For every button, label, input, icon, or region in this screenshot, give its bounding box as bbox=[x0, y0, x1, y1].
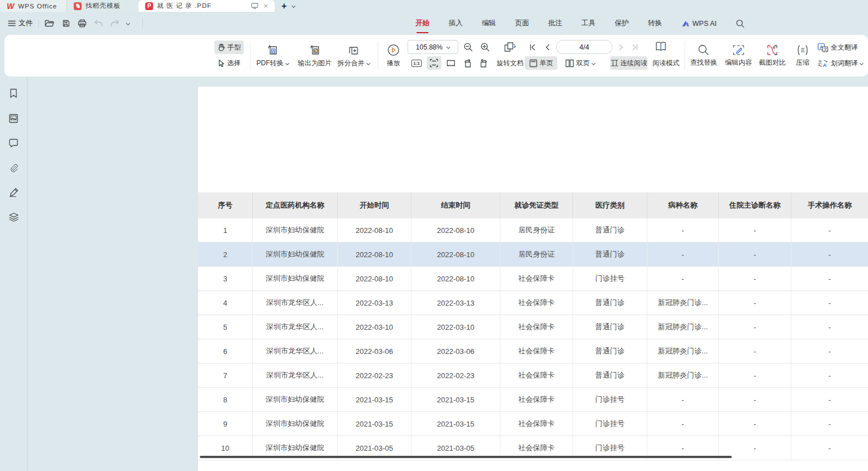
pdf-convert-button[interactable]: PDF转换 bbox=[253, 39, 292, 72]
open-folder-icon[interactable] bbox=[44, 19, 55, 28]
table-cell: - bbox=[719, 218, 791, 242]
attachment-icon[interactable] bbox=[8, 162, 19, 173]
undo-icon[interactable] bbox=[94, 20, 103, 27]
signature-icon[interactable] bbox=[8, 187, 19, 198]
zoom-level-combobox[interactable]: 105.88% bbox=[408, 40, 458, 54]
monitor-icon[interactable] bbox=[251, 3, 258, 9]
actual-size-button[interactable]: 1:1 bbox=[410, 57, 423, 69]
page-indicator-input[interactable]: 4/4 bbox=[556, 40, 612, 54]
chevron-down-icon bbox=[591, 61, 595, 65]
rotate-right-button[interactable] bbox=[477, 57, 491, 69]
play-icon bbox=[387, 43, 400, 57]
table-cell: 4 bbox=[198, 291, 253, 315]
table-row[interactable]: 4深圳市龙华区人...2022-03-132022-03-13社会保障卡普通门诊… bbox=[198, 291, 868, 315]
table-cell: 2022-08-10 bbox=[411, 267, 500, 290]
find-replace-button[interactable]: 查找替换 bbox=[687, 39, 721, 72]
screenshot-compare-button[interactable]: 截图对比 bbox=[755, 39, 789, 72]
table-row[interactable]: 8深圳市妇幼保健院2021-03-152021-03-15社会保障卡门诊挂号--… bbox=[198, 388, 868, 412]
select-tool-button[interactable]: 选择 bbox=[214, 56, 244, 70]
screenshot-compare-icon bbox=[766, 44, 779, 56]
print-icon[interactable] bbox=[78, 19, 87, 28]
table-row[interactable]: 1深圳市妇幼保健院2022-08-102022-08-10居民身份证普通门诊--… bbox=[198, 218, 868, 243]
table-row[interactable]: 7深圳市龙华区人...2022-02-232022-02-23社会保障卡普通门诊… bbox=[198, 364, 868, 388]
one-to-one-label: 1:1 bbox=[411, 60, 422, 67]
read-mode-button[interactable]: 阅读模式 bbox=[650, 56, 682, 70]
menu-item[interactable]: 页面 bbox=[515, 19, 529, 28]
thumbnail-icon[interactable] bbox=[8, 113, 19, 124]
table-cell: 2022-03-10 bbox=[411, 315, 500, 339]
document-sidebar bbox=[0, 77, 28, 471]
table-row[interactable]: 2深圳市妇幼保健院2022-08-102022-08-10居民身份证普通门诊--… bbox=[198, 243, 868, 267]
continuous-read-button[interactable]: 连续阅读 bbox=[610, 56, 647, 70]
quick-access-chevron-icon[interactable] bbox=[126, 21, 130, 25]
ribbon-search-icon[interactable] bbox=[736, 19, 745, 28]
word-translate-button[interactable]: 文A 划词翻译 bbox=[817, 57, 868, 69]
document-viewport[interactable]: 序号定点医药机构名称开始时间结束时间就诊凭证类型医疗类别病种名称住院主诊断名称手… bbox=[28, 77, 868, 471]
pdf-convert-icon bbox=[266, 43, 279, 57]
tab-document-pdf[interactable]: P 就 医 记 录 .PDF × bbox=[138, 0, 275, 12]
single-page-button[interactable]: 单页 bbox=[525, 56, 557, 70]
bookmark-icon[interactable] bbox=[8, 88, 19, 99]
table-cell: - bbox=[791, 243, 868, 266]
tab-docer-templates[interactable]: 找稻壳模板 bbox=[66, 0, 138, 12]
zoom-in-button[interactable] bbox=[478, 41, 492, 53]
rotate-document-button[interactable]: 旋转文档 bbox=[493, 57, 527, 69]
comment-icon[interactable] bbox=[8, 137, 19, 149]
column-header: 住院主诊断名称 bbox=[719, 192, 791, 218]
compress-button[interactable]: 压缩 bbox=[790, 39, 815, 72]
read-mode-icon[interactable] bbox=[652, 39, 670, 54]
first-page-button[interactable] bbox=[527, 41, 538, 53]
table-row[interactable]: 6深圳市龙华区人...2022-03-062022-03-06社会保障卡普通门诊… bbox=[198, 339, 868, 364]
column-header: 序号 bbox=[198, 192, 253, 218]
table-row[interactable]: 9深圳市妇幼保健院2021-03-152021-03-15社会保障卡门诊挂号--… bbox=[198, 412, 868, 436]
menu-item[interactable]: 转换 bbox=[648, 19, 662, 28]
table-cell: - bbox=[791, 315, 868, 339]
next-page-button[interactable] bbox=[616, 41, 627, 53]
table-cell: 2021-03-15 bbox=[411, 412, 500, 436]
table-cell: - bbox=[647, 388, 719, 411]
table-cell: 普通门诊 bbox=[573, 218, 647, 242]
menu-item[interactable]: 编辑 bbox=[482, 19, 496, 28]
last-page-button[interactable] bbox=[629, 41, 641, 53]
file-menu-button[interactable]: 文件 bbox=[8, 19, 33, 28]
rotate-left-button[interactable] bbox=[460, 57, 474, 69]
menu-item[interactable]: 开始 bbox=[415, 19, 429, 28]
tab-label: 就 医 记 录 .PDF bbox=[157, 2, 247, 10]
table-cell: 深圳市妇幼保健院 bbox=[253, 412, 338, 436]
table-cell: 2021-03-15 bbox=[338, 388, 411, 411]
tab-label: WPS Office bbox=[18, 3, 60, 10]
table-cell: 深圳市龙华区人... bbox=[253, 339, 338, 363]
horizontal-scrollbar[interactable] bbox=[200, 456, 732, 458]
hand-tool-button[interactable]: 手型 bbox=[214, 41, 244, 54]
save-icon[interactable] bbox=[62, 19, 70, 28]
menu-item[interactable]: 插入 bbox=[449, 19, 463, 28]
full-translate-button[interactable]: A文 全文翻译 bbox=[817, 41, 866, 53]
previous-page-button[interactable] bbox=[542, 41, 553, 53]
table-row[interactable]: 3深圳市妇幼保健院2022-08-102022-08-10社会保障卡门诊挂号--… bbox=[198, 267, 868, 291]
menu-item[interactable]: 批注 bbox=[548, 19, 562, 28]
edit-content-button[interactable]: 编辑内容 bbox=[722, 39, 755, 72]
wps-ai-button[interactable]: WPS AI bbox=[681, 20, 717, 28]
export-image-button[interactable]: 输出为图片 bbox=[294, 39, 335, 72]
table-cell: 2021-03-15 bbox=[338, 412, 411, 436]
table-row[interactable]: 5深圳市龙华区人...2022-03-102022-03-10社会保障卡普通门诊… bbox=[198, 315, 868, 339]
play-button[interactable]: 播放 bbox=[382, 39, 405, 72]
menu-item[interactable]: 工具 bbox=[581, 19, 596, 28]
zoom-out-button[interactable] bbox=[462, 41, 475, 53]
new-tab-button[interactable]: + bbox=[281, 1, 287, 11]
fit-width-button[interactable] bbox=[444, 57, 458, 69]
split-merge-button[interactable]: 拆分合并 bbox=[333, 39, 374, 72]
redo-icon[interactable] bbox=[110, 20, 119, 27]
page-indicator-value: 4/4 bbox=[579, 43, 589, 51]
table-cell: 社会保障卡 bbox=[500, 291, 573, 315]
menu-item[interactable]: 保护 bbox=[615, 19, 629, 28]
fit-page-button[interactable] bbox=[427, 56, 441, 70]
layers-icon[interactable] bbox=[8, 212, 19, 223]
double-page-button[interactable]: 双页 bbox=[561, 56, 599, 70]
table-cell: 2022-08-10 bbox=[338, 267, 411, 290]
table-cell: - bbox=[719, 388, 791, 411]
tab-list-chevron-icon[interactable] bbox=[292, 4, 296, 8]
close-tab-icon[interactable]: × bbox=[263, 2, 268, 10]
rotate-document-icon[interactable] bbox=[500, 40, 520, 55]
tab-wps-office[interactable]: W WPS Office bbox=[0, 0, 66, 12]
